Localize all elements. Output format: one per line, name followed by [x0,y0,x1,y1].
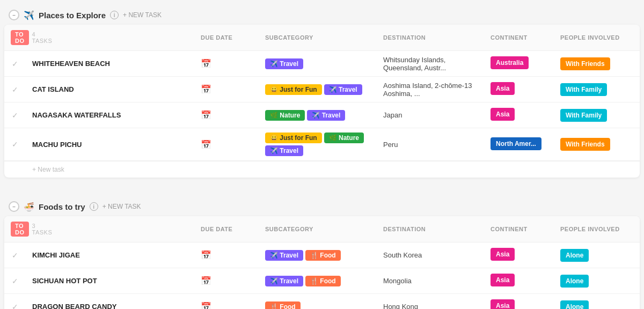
check-icon-row-0[interactable]: ✓ [4,251,26,260]
task-name-0: WHITEHEAVEN BEACH [26,55,194,72]
subcategory-col-2: 🍴 Food [259,297,377,310]
continent-col-2: Asia [484,297,554,309]
check-icon-row-3[interactable]: ✓ [4,140,26,149]
column-header-6: PEOPLE INVOLVED [554,216,640,242]
check-icon-row-0[interactable]: ✓ [4,60,26,68]
due-date-col-1[interactable]: 📅 [194,80,259,99]
calendar-icon[interactable]: 📅 [201,110,211,120]
table-row: ✓SICHUAN HOT POT📅✈️ Travel🍴 FoodMongolia… [4,268,640,294]
tag-travel[interactable]: ✈️ Travel [324,84,362,95]
tag-food[interactable]: 🍴 Food [265,301,301,310]
column-header-5: CONTINENT [484,25,554,50]
table-header-places: TO DO4 TASKSDUE DATESUBCATEGORYDESTINATI… [4,25,640,51]
destination-col-0: South Korea [377,247,484,263]
table-row: ✓KIMCHI JIGAE📅✈️ Travel🍴 FoodSouth Korea… [4,242,640,268]
continent-col-1: Asia [484,80,554,99]
collapse-button-foods[interactable]: – [9,201,19,212]
calendar-icon[interactable]: 📅 [201,250,211,260]
column-header-0: TO DO4 TASKS [4,25,26,50]
column-header-6: PEOPLE INVOLVED [554,25,640,50]
check-icon-row-2[interactable]: ✓ [4,111,26,120]
continent-badge: Asia [491,248,515,261]
calendar-icon[interactable]: 📅 [201,276,211,286]
due-date-col-3[interactable]: 📅 [194,135,259,154]
tag-nature[interactable]: 🌿 Nature [324,133,364,143]
due-date-col-0[interactable]: 📅 [194,54,259,73]
continent-badge: Asia [491,299,515,309]
group-foods: –🍜Foods to tryi+ NEW TASKTO DO3 TASKSDUE… [0,197,644,309]
tag-travel[interactable]: ✈️ Travel [265,58,303,69]
subcategory-col-1: ✈️ Travel🍴 Food [259,271,377,291]
tag-fun[interactable]: 😀 Just for Fun [265,84,322,95]
due-date-col-2[interactable]: 📅 [194,297,259,309]
tag-travel[interactable]: ✈️ Travel [307,110,345,121]
checkmark[interactable]: ✓ [12,111,18,120]
group-places: –✈️Places to Explorei+ NEW TASKTO DO4 TA… [0,5,644,178]
people-col-2: Alone [554,298,640,310]
new-task-row-places[interactable]: + New task [4,161,640,178]
table-row: ✓DRAGON BEARD CANDY📅🍴 FoodHong KongAsiaA… [4,294,640,309]
checkmark[interactable]: ✓ [12,85,18,94]
column-header-0: TO DO3 TASKS [4,216,26,242]
task-name-3: MACHU PICHU [26,136,194,153]
group-icon-places: ✈️ [24,10,34,20]
continent-badge: Asia [491,82,515,95]
info-icon-places[interactable]: i [110,11,119,19]
calendar-icon[interactable]: 📅 [201,139,211,150]
checkmark[interactable]: ✓ [12,140,18,149]
column-header-4: DESTINATION [377,216,484,242]
group-icon-foods: 🍜 [24,202,34,212]
check-icon-row-2[interactable]: ✓ [4,303,26,310]
column-header-3: SUBCATEGORY [259,25,377,50]
continent-badge: Asia [491,108,515,121]
tag-fun[interactable]: 😀 Just for Fun [265,133,322,143]
people-col-3: With Friends [554,136,640,153]
info-icon-foods[interactable]: i [90,202,98,211]
group-title-places: Places to Explore [39,11,106,20]
table-row: ✓WHITEHEAVEN BEACH📅✈️ TravelWhitsunday I… [4,51,640,77]
tag-nature[interactable]: 🌿 Nature [265,110,305,121]
due-date-col-1[interactable]: 📅 [194,271,259,290]
checkmark[interactable]: ✓ [12,60,18,68]
people-col-2: With Family [554,107,640,124]
destination-col-1: Aoshima Island, 2-chōme-13 Aoshima, ... [377,77,484,102]
tag-food[interactable]: 🍴 Food [305,250,341,261]
column-header-2: DUE DATE [194,25,259,50]
checkmark[interactable]: ✓ [12,277,18,285]
continent-col-3: North Amer... [484,135,554,154]
column-header-3: SUBCATEGORY [259,216,377,242]
people-badge: With Friends [560,57,610,70]
collapse-button-places[interactable]: – [9,10,19,20]
new-task-header-button-places[interactable]: + NEW TASK [123,11,162,19]
group-header-places: –✈️Places to Explorei+ NEW TASK [0,5,644,25]
table-row: ✓NAGASAKA WATERFALLS📅🌿 Nature✈️ TravelJa… [4,102,640,128]
tag-travel[interactable]: ✈️ Travel [265,145,303,156]
people-badge: With Family [560,83,607,96]
continent-col-2: Asia [484,106,554,124]
tag-travel[interactable]: ✈️ Travel [265,276,303,286]
calendar-icon[interactable]: 📅 [201,301,211,309]
check-icon-row-1[interactable]: ✓ [4,277,26,285]
checkmark[interactable]: ✓ [12,303,18,310]
destination-col-0: Whitsunday Islands, Queensland, Austr... [377,52,484,76]
calendar-icon[interactable]: 📅 [201,58,211,69]
new-task-header-button-foods[interactable]: + NEW TASK [103,203,141,210]
destination-col-3: Peru [377,136,484,153]
calendar-icon[interactable]: 📅 [201,84,211,94]
group-title-foods: Foods to try [39,202,85,211]
tag-food[interactable]: 🍴 Food [305,276,341,286]
people-col-1: With Family [554,81,640,98]
check-icon-row-1[interactable]: ✓ [4,85,26,94]
tag-travel[interactable]: ✈️ Travel [265,250,303,261]
destination-col-2: Hong Kong [377,298,484,309]
continent-badge: Australia [491,56,529,69]
continent-col-1: Asia [484,271,554,290]
due-date-col-2[interactable]: 📅 [194,106,259,124]
table-foods: TO DO3 TASKSDUE DATESUBCATEGORYDESTINATI… [4,216,640,309]
task-name-2: NAGASAKA WATERFALLS [26,107,194,123]
table-header-foods: TO DO3 TASKSDUE DATESUBCATEGORYDESTINATI… [4,216,640,242]
column-header-5: CONTINENT [484,216,554,242]
due-date-col-0[interactable]: 📅 [194,246,259,264]
checkmark[interactable]: ✓ [12,251,18,260]
continent-badge: Asia [491,274,515,286]
